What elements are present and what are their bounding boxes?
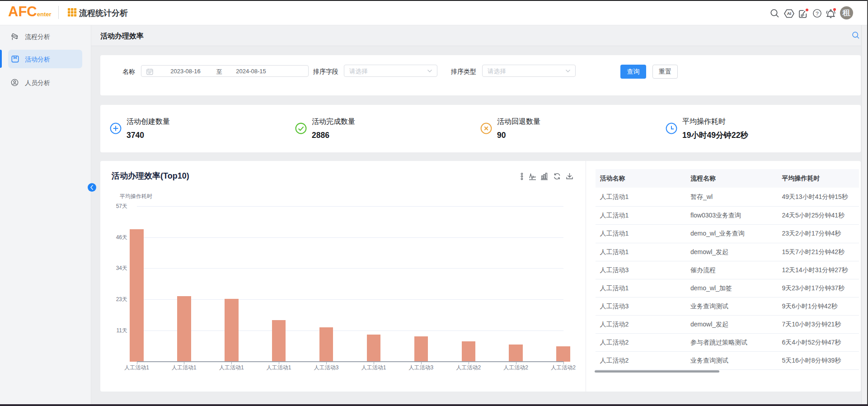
svg-text:?: ? (816, 11, 818, 16)
svg-text:AI: AI (787, 11, 792, 16)
